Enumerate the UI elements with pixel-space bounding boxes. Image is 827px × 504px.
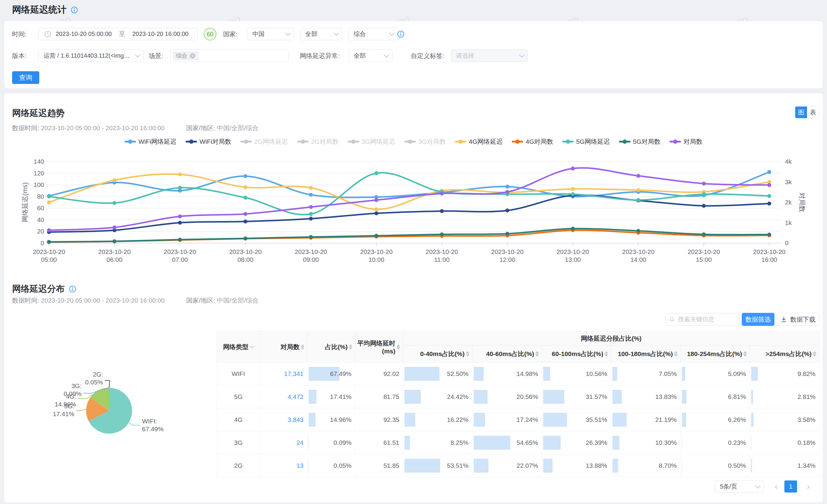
data-point-对局数[interactable]: [702, 181, 706, 185]
data-point-4G网络延迟[interactable]: [636, 188, 640, 192]
data-point-5G对局数[interactable]: [571, 227, 575, 231]
data-point-WiFi网络延迟[interactable]: [768, 170, 771, 174]
data-point-5G网络延迟[interactable]: [768, 194, 771, 198]
data-point-5G对局数[interactable]: [440, 232, 444, 236]
data-point-对局数[interactable]: [47, 228, 51, 232]
series-line-5G对局数[interactable]: [49, 229, 769, 242]
column-header-5[interactable]: 40-60ms占比(%): [473, 345, 542, 362]
data-point-4G网络延迟[interactable]: [571, 187, 575, 191]
sort-icon[interactable]: [466, 351, 470, 357]
time-start-value[interactable]: 2023-10-20 05:00:00: [56, 31, 112, 38]
data-point-对局数[interactable]: [243, 212, 247, 216]
sort-icon[interactable]: [301, 344, 304, 350]
data-point-WiFi对局数[interactable]: [702, 204, 706, 208]
match-count-link[interactable]: 3,843: [287, 416, 303, 423]
data-point-WiFi对局数[interactable]: [768, 202, 771, 206]
data-point-对局数[interactable]: [768, 183, 771, 187]
data-point-WiFi网络延迟[interactable]: [243, 174, 247, 178]
data-point-对局数[interactable]: [375, 198, 379, 202]
data-point-4G网络延迟[interactable]: [112, 178, 116, 182]
data-filter-button[interactable]: 数据筛选: [742, 313, 774, 326]
data-point-4G网络延迟[interactable]: [375, 208, 379, 211]
toggle-chart-view[interactable]: 图: [795, 107, 807, 118]
data-point-5G对局数[interactable]: [309, 235, 313, 239]
scene-input[interactable]: 综合 ×: [170, 50, 289, 62]
data-point-4G网络延迟[interactable]: [178, 172, 182, 176]
data-point-5G对局数[interactable]: [47, 240, 51, 244]
data-point-WiFi对局数[interactable]: [178, 221, 182, 225]
data-point-对局数[interactable]: [636, 174, 640, 178]
column-header-1[interactable]: 对局数: [260, 332, 307, 362]
sort-icon[interactable]: [349, 344, 352, 350]
tag-close-icon[interactable]: ×: [190, 53, 195, 59]
data-point-4G网络延迟[interactable]: [243, 185, 247, 189]
data-point-5G对局数[interactable]: [178, 238, 182, 241]
pagination-prev-button[interactable]: ‹: [770, 481, 782, 493]
data-point-5G对局数[interactable]: [112, 239, 116, 243]
distribution-info-icon[interactable]: [69, 285, 76, 293]
search-input[interactable]: [677, 316, 736, 323]
data-point-5G网络延迟[interactable]: [112, 201, 116, 205]
data-point-对局数[interactable]: [112, 226, 116, 229]
sort-icon[interactable]: [813, 351, 816, 357]
data-point-5G网络延迟[interactable]: [178, 186, 182, 190]
page-size-select[interactable]: 5条/页: [715, 481, 764, 493]
column-header-6[interactable]: 60-100ms占比(%): [542, 345, 611, 362]
time-end-value[interactable]: 2023-10-20 16:00:00: [132, 31, 189, 38]
data-point-对局数[interactable]: [440, 191, 444, 195]
pagination-next-button[interactable]: ›: [802, 481, 814, 493]
match-count-link[interactable]: 17,341: [284, 370, 303, 377]
data-point-对局数[interactable]: [505, 190, 509, 194]
data-download-button[interactable]: 数据下载: [777, 313, 819, 326]
data-point-4G网络延迟[interactable]: [309, 186, 313, 190]
network-type-pie-chart[interactable]: WIFI:67.49%5G:17.41%4G:14.96%3G:0.09%2G:…: [12, 347, 217, 474]
data-point-4G网络延迟[interactable]: [47, 201, 51, 205]
sort-icon[interactable]: [604, 351, 608, 357]
data-point-WiFi对局数[interactable]: [309, 217, 313, 221]
region-select[interactable]: 全部: [300, 28, 342, 40]
column-header-9[interactable]: >254ms占比(%): [750, 345, 819, 362]
data-point-WiFi对局数[interactable]: [375, 211, 379, 215]
data-point-5G对局数[interactable]: [505, 232, 509, 235]
data-point-5G网络延迟[interactable]: [243, 196, 247, 200]
data-point-5G网络延迟[interactable]: [636, 198, 640, 202]
info-icon[interactable]: [71, 6, 78, 14]
data-point-5G网络延迟[interactable]: [309, 212, 313, 216]
sort-icon[interactable]: [674, 351, 678, 357]
type-select[interactable]: 综合: [348, 28, 397, 40]
toggle-table-view[interactable]: 表: [807, 107, 819, 118]
data-point-5G网络延迟[interactable]: [375, 171, 379, 175]
anomaly-info-icon[interactable]: [397, 31, 404, 38]
version-select[interactable]: 运营 / 1.6.11014403.112(<img/sr...: [38, 50, 144, 62]
data-point-5G对局数[interactable]: [636, 229, 640, 233]
country-select[interactable]: 中国: [247, 28, 294, 40]
column-header-4[interactable]: 0-40ms占比(%): [403, 345, 473, 362]
data-point-对局数[interactable]: [571, 166, 575, 170]
data-point-WiFi对局数[interactable]: [440, 209, 444, 213]
query-button[interactable]: 查询: [12, 71, 39, 84]
custom-tag-select[interactable]: 请选择: [451, 50, 528, 62]
data-point-WiFi网络延迟[interactable]: [309, 193, 313, 197]
sort-icon[interactable]: [397, 344, 400, 350]
column-header-0[interactable]: 网络类型: [217, 332, 260, 362]
data-point-5G网络延迟[interactable]: [702, 192, 706, 196]
data-point-WiFi对局数[interactable]: [243, 220, 247, 223]
data-point-WiFi对局数[interactable]: [505, 209, 509, 213]
time-range-input[interactable]: 2023-10-20 05:00:00 至 2023-10-20 16:00:0…: [38, 28, 198, 40]
data-point-5G对局数[interactable]: [768, 232, 771, 236]
data-point-对局数[interactable]: [309, 205, 313, 209]
sort-icon[interactable]: [743, 351, 747, 357]
match-count-link[interactable]: 13: [296, 462, 303, 469]
data-point-对局数[interactable]: [178, 214, 182, 218]
match-count-link[interactable]: 24: [296, 439, 303, 446]
sort-icon[interactable]: [535, 351, 539, 357]
column-header-7[interactable]: 100-180ms占比(%): [611, 345, 681, 362]
data-point-5G网络延迟[interactable]: [571, 192, 575, 196]
column-header-3[interactable]: 平均网络延时(ms): [355, 332, 403, 362]
data-point-5G对局数[interactable]: [243, 236, 247, 240]
filter-chevron-icon[interactable]: [250, 344, 254, 349]
column-header-2[interactable]: 占比(%): [307, 332, 355, 362]
column-header-8[interactable]: 180-254ms占比(%): [681, 345, 750, 362]
data-point-5G对局数[interactable]: [375, 234, 379, 238]
match-count-link[interactable]: 4,472: [287, 393, 303, 400]
